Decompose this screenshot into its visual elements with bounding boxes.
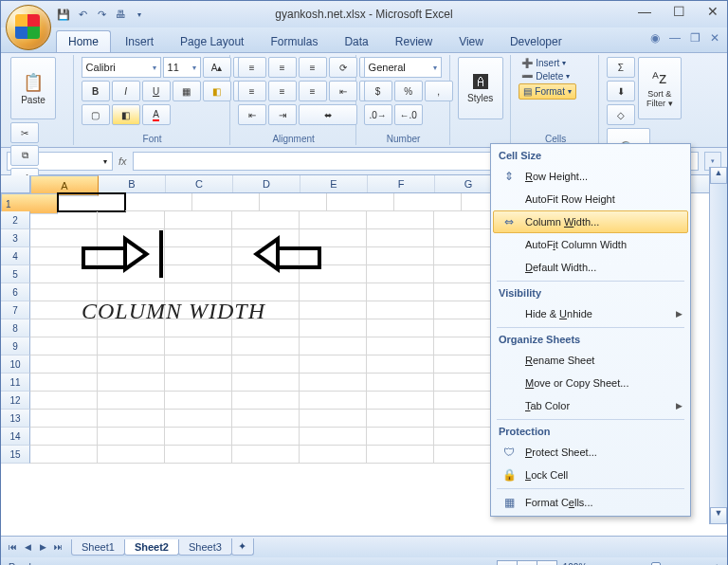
cell-A12[interactable] (30, 392, 98, 410)
row-header-11[interactable]: 11 (1, 374, 30, 392)
menu-column-width[interactable]: ⇔Column Width... (493, 210, 688, 233)
cell-D4[interactable] (232, 247, 300, 265)
row-header-8[interactable]: 8 (1, 319, 30, 337)
decrease-indent-button[interactable]: ⇤ (329, 81, 357, 101)
cell-E12[interactable] (300, 392, 367, 410)
cell-D15[interactable] (232, 446, 300, 464)
cell-B12[interactable] (98, 392, 165, 410)
cell-D10[interactable] (232, 355, 300, 374)
cell-E8[interactable] (300, 319, 367, 337)
cell-D8[interactable] (232, 319, 300, 337)
row-header-13[interactable]: 13 (1, 410, 30, 428)
underline-button[interactable]: U (142, 81, 171, 101)
align-center-button[interactable]: ≡ (268, 81, 297, 101)
cell-E1[interactable] (327, 193, 394, 211)
column-header-E[interactable]: E (300, 175, 368, 192)
delete-cells-button[interactable]: ➖Delete ▾ (519, 70, 576, 82)
menu-protect-sheet[interactable]: 🛡Protect Sheet... (493, 441, 688, 464)
cell-B10[interactable] (98, 355, 165, 374)
cell-C4[interactable] (165, 247, 232, 265)
cell-F3[interactable] (367, 229, 434, 247)
tab-review[interactable]: Review (383, 30, 445, 52)
cell-A9[interactable] (30, 337, 98, 355)
cell-D14[interactable] (232, 428, 300, 446)
cell-A13[interactable] (30, 410, 98, 428)
font-color-2-button[interactable]: A (142, 104, 171, 125)
number-format-select[interactable]: General▾ (364, 57, 442, 78)
save-icon[interactable]: 💾 (56, 7, 71, 22)
cell-B7[interactable] (98, 301, 165, 319)
cell-E11[interactable] (300, 374, 367, 392)
cell-F4[interactable] (367, 247, 434, 265)
cell-B15[interactable] (98, 446, 165, 464)
cell-B6[interactable] (98, 283, 165, 301)
menu-format-cells[interactable]: ▦Format Cells... (493, 491, 688, 514)
cell-E10[interactable] (300, 355, 367, 374)
cell-A15[interactable] (30, 446, 98, 464)
cell-F9[interactable] (367, 337, 434, 355)
merge-center-button[interactable]: ⬌ (299, 104, 357, 125)
next-sheet-button[interactable]: ▶ (35, 539, 50, 555)
orientation-button[interactable]: ⟳ (329, 57, 357, 78)
grow-font-button[interactable]: A▴ (203, 57, 231, 78)
cell-F13[interactable] (367, 410, 434, 428)
cell-C1[interactable] (192, 193, 260, 211)
cell-C13[interactable] (165, 410, 232, 428)
cell-F5[interactable] (367, 265, 434, 283)
cell-A1[interactable] (58, 193, 125, 211)
cell-A5[interactable] (30, 265, 98, 283)
cell-C5[interactable] (165, 265, 232, 283)
cell-E6[interactable] (300, 283, 367, 301)
cell-B8[interactable] (98, 319, 165, 337)
tab-home[interactable]: Home (56, 30, 111, 52)
cell-E15[interactable] (300, 446, 367, 464)
row-header-14[interactable]: 14 (1, 428, 30, 446)
menu-autofit-row[interactable]: AutoFit Row Height (493, 188, 688, 210)
cell-B2[interactable] (98, 211, 165, 229)
row-header-2[interactable]: 2 (1, 211, 30, 229)
column-header-C[interactable]: C (166, 175, 233, 192)
view-buttons[interactable] (497, 560, 557, 566)
menu-lock-cell[interactable]: 🔒Lock Cell (493, 464, 688, 486)
menu-row-height[interactable]: ⇕Row Row Height...Height... (493, 165, 688, 188)
row-header-3[interactable]: 3 (1, 229, 30, 247)
cell-C7[interactable] (165, 301, 232, 319)
cell-D11[interactable] (232, 374, 300, 392)
cell-B5[interactable] (98, 265, 165, 283)
menu-hide-unhide[interactable]: Hide & Unhide▶ (493, 302, 688, 325)
column-header-B[interactable]: B (99, 175, 166, 192)
scroll-up-button[interactable]: ▲ (710, 167, 727, 184)
fill-2-button[interactable]: ◧ (112, 104, 140, 125)
cell-F15[interactable] (367, 446, 434, 464)
indent-r-button[interactable]: ⇥ (268, 104, 297, 125)
tab-data[interactable]: Data (332, 30, 380, 52)
cell-F10[interactable] (367, 355, 434, 374)
sheet-tab-sheet1[interactable]: Sheet1 (71, 539, 125, 556)
cell-B11[interactable] (98, 374, 165, 392)
cell-B9[interactable] (98, 337, 165, 355)
tab-formulas[interactable]: Formulas (258, 30, 330, 52)
row-header-15[interactable]: 15 (1, 446, 30, 464)
help-icon[interactable]: ◉ (650, 31, 660, 45)
ribbon-close-icon[interactable]: ✕ (710, 31, 719, 45)
increase-decimal-button[interactable]: .0→ (364, 104, 392, 125)
row-header-9[interactable]: 9 (1, 337, 30, 355)
select-all-corner[interactable] (1, 175, 30, 192)
cell-C10[interactable] (165, 355, 232, 374)
sheet-tab-sheet2[interactable]: Sheet2 (124, 539, 179, 556)
menu-default-width[interactable]: Default Width... (493, 256, 688, 279)
cell-C6[interactable] (165, 283, 232, 301)
clear-button[interactable]: ◇ (607, 104, 635, 125)
cell-E3[interactable] (300, 229, 367, 247)
cell-B3[interactable] (98, 229, 165, 247)
cell-F2[interactable] (367, 211, 434, 229)
row-header-4[interactable]: 4 (1, 247, 30, 265)
align-left-button[interactable]: ≡ (238, 81, 266, 101)
align-bottom-button[interactable]: ≡ (299, 57, 327, 78)
maximize-button[interactable]: ☐ (670, 3, 687, 20)
ribbon-restore-icon[interactable]: ❐ (690, 31, 701, 45)
cell-D9[interactable] (232, 337, 300, 355)
font-size-select[interactable]: 11▾ (163, 57, 201, 78)
cell-C3[interactable] (165, 229, 232, 247)
fill-color-button[interactable]: ◧ (203, 81, 231, 101)
